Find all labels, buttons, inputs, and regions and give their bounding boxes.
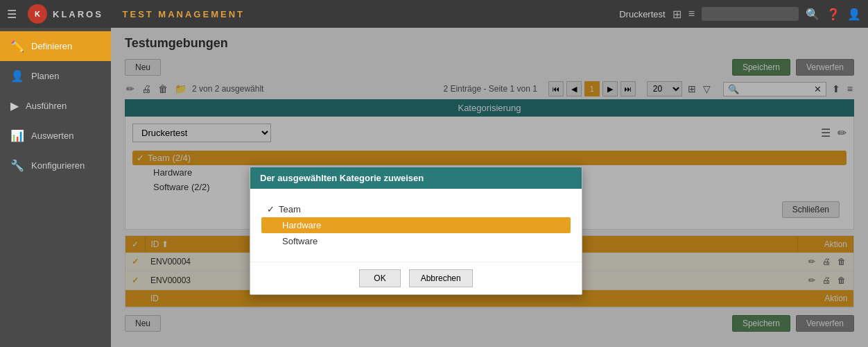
- modal-body: ✓ Team Hardware Software: [250, 189, 582, 262]
- modal-tree-team[interactable]: ✓ Team: [261, 201, 571, 217]
- sidebar: ✏️ Definieren 👤 Planen ▶ Ausführen 📊 Aus…: [0, 28, 111, 347]
- navbar-search-input[interactable]: [702, 7, 799, 21]
- sidebar-item-label-definieren: Definieren: [31, 41, 72, 51]
- brand-name: KLAROS: [53, 9, 103, 19]
- search-icon[interactable]: 🔍: [806, 8, 819, 21]
- hamburger-icon[interactable]: ☰: [7, 8, 17, 21]
- sidebar-item-label-konfigurieren: Konfigurieren: [31, 160, 85, 171]
- modal-footer: OK Abbrechen: [250, 262, 582, 294]
- help-icon[interactable]: ❓: [826, 8, 840, 21]
- modal-hardware-label: Hardware: [282, 220, 321, 230]
- modal-dialog: Der ausgewählten Kategorie zuweisen ✓ Te…: [250, 167, 582, 295]
- grid-view-icon[interactable]: ⊞: [672, 8, 682, 21]
- ausfuehren-icon: ▶: [10, 99, 19, 112]
- sidebar-item-auswerten[interactable]: 📊 Auswerten: [0, 121, 111, 151]
- modal-header: Der ausgewählten Kategorie zuweisen: [250, 167, 582, 189]
- auswerten-icon: 📊: [10, 129, 24, 142]
- main-layout: ✏️ Definieren 👤 Planen ▶ Ausführen 📊 Aus…: [0, 28, 868, 347]
- sidebar-item-konfigurieren[interactable]: 🔧 Konfigurieren: [0, 151, 111, 180]
- list-view-icon[interactable]: ≡: [688, 8, 695, 20]
- sidebar-item-label-auswerten: Auswerten: [31, 130, 73, 141]
- navbar-brand: ☰ K KLAROS TEST MANAGEMENT: [7, 4, 619, 24]
- sidebar-item-definieren[interactable]: ✏️ Definieren: [0, 31, 111, 61]
- main-content: Testumgebungen Neu Speichern Verwerfen ✏…: [111, 28, 868, 347]
- modal-tree: ✓ Team Hardware Software: [261, 198, 571, 252]
- navbar: ☰ K KLAROS TEST MANAGEMENT Druckertest ⊞…: [0, 0, 868, 28]
- modal-overlay[interactable]: Der ausgewählten Kategorie zuweisen ✓ Te…: [111, 28, 868, 347]
- navbar-project: Druckertest: [619, 9, 665, 19]
- modal-tree-software[interactable]: Software: [261, 233, 571, 249]
- planen-icon: 👤: [10, 69, 24, 83]
- konfigurieren-icon: 🔧: [10, 159, 24, 172]
- sidebar-item-ausfuehren[interactable]: ▶ Ausführen: [0, 91, 111, 121]
- definieren-icon: ✏️: [10, 40, 24, 53]
- brand-logo: K: [28, 4, 47, 24]
- navbar-right: Druckertest ⊞ ≡ 🔍 ❓ 👤: [619, 7, 861, 21]
- sidebar-item-label-planen: Planen: [31, 71, 59, 81]
- modal-tree-hardware[interactable]: Hardware: [261, 217, 571, 233]
- modal-software-label: Software: [282, 236, 318, 246]
- modal-cancel-button[interactable]: Abbrechen: [409, 269, 473, 287]
- sidebar-item-label-ausfuehren: Ausführen: [26, 101, 67, 111]
- modal-team-label: Team: [279, 204, 301, 214]
- sidebar-item-planen[interactable]: 👤 Planen: [0, 61, 111, 91]
- modal-ok-button[interactable]: OK: [359, 269, 400, 287]
- user-icon[interactable]: 👤: [847, 8, 861, 21]
- brand-subtitle: TEST MANAGEMENT: [123, 9, 245, 19]
- modal-team-check-icon: ✓: [267, 204, 275, 214]
